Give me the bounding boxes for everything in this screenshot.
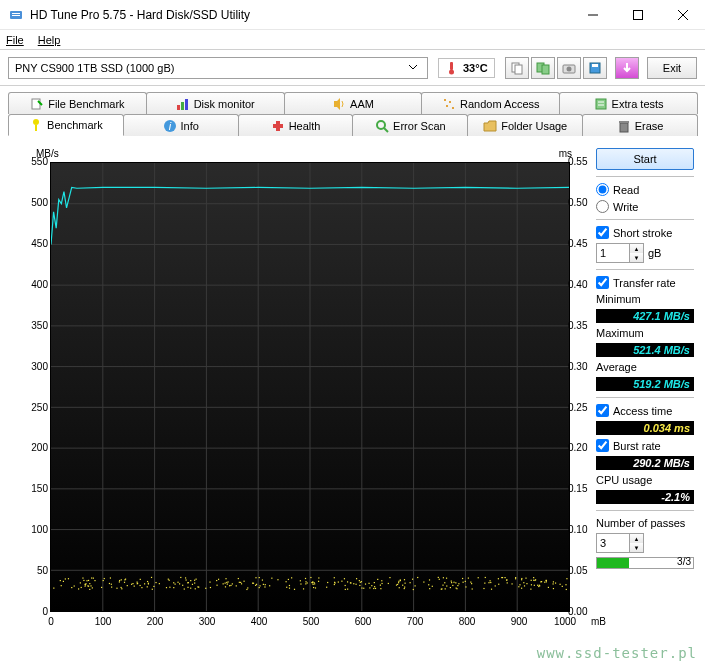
copy-button[interactable] <box>505 57 529 79</box>
svg-rect-168 <box>489 580 490 581</box>
tab-folder-usage[interactable]: Folder Usage <box>467 114 583 136</box>
burst-rate-check[interactable]: Burst rate <box>596 439 694 452</box>
svg-rect-252 <box>303 588 304 589</box>
tab-health[interactable]: Health <box>238 114 354 136</box>
temperature-value: 33°C <box>463 62 488 74</box>
svg-rect-298 <box>446 585 447 586</box>
svg-rect-208 <box>388 583 389 584</box>
svg-rect-175 <box>363 588 364 589</box>
svg-rect-139 <box>315 587 316 588</box>
svg-rect-169 <box>82 577 83 578</box>
svg-rect-190 <box>229 585 230 586</box>
svg-rect-142 <box>216 585 217 586</box>
svg-rect-176 <box>521 579 522 580</box>
tab-extra-tests[interactable]: Extra tests <box>559 92 698 114</box>
svg-rect-222 <box>530 589 531 590</box>
read-radio[interactable]: Read <box>596 183 694 196</box>
svg-rect-237 <box>515 577 516 578</box>
max-value: 521.4 MB/s <box>596 343 694 357</box>
refresh-button[interactable] <box>615 57 639 79</box>
burst-rate-value: 290.2 MB/s <box>596 456 694 470</box>
svg-rect-148 <box>526 583 527 584</box>
short-stroke-spinner[interactable]: ▲▼ <box>596 243 644 263</box>
tabs-secondary: File Benchmark Disk monitor AAM Random A… <box>8 92 697 114</box>
drive-select[interactable]: PNY CS900 1TB SSD (1000 gB) <box>8 57 428 79</box>
svg-rect-167 <box>101 587 102 588</box>
svg-rect-244 <box>525 578 526 579</box>
menu-help[interactable]: Help <box>38 34 61 46</box>
minimize-button[interactable] <box>570 0 615 29</box>
svg-rect-352 <box>155 582 156 583</box>
svg-rect-127 <box>264 586 265 587</box>
svg-rect-320 <box>194 580 195 581</box>
short-stroke-check[interactable]: Short stroke <box>596 226 694 239</box>
svg-rect-74 <box>194 582 195 583</box>
menu-file[interactable]: File <box>6 34 24 46</box>
aam-icon <box>332 97 346 111</box>
tab-benchmark[interactable]: Benchmark <box>8 114 124 136</box>
svg-rect-69 <box>491 589 492 590</box>
svg-rect-135 <box>78 588 79 589</box>
camera-button[interactable] <box>557 57 581 79</box>
svg-rect-327 <box>209 581 210 582</box>
svg-rect-157 <box>498 584 499 585</box>
write-radio[interactable]: Write <box>596 200 694 213</box>
svg-rect-285 <box>397 584 398 585</box>
svg-rect-293 <box>111 584 112 585</box>
save-button[interactable] <box>583 57 607 79</box>
svg-rect-60 <box>553 583 554 584</box>
temperature-box: 33°C <box>438 58 495 78</box>
svg-rect-107 <box>223 583 224 584</box>
svg-rect-314 <box>74 585 75 586</box>
svg-rect-336 <box>288 579 289 580</box>
svg-rect-128 <box>255 577 256 578</box>
svg-rect-287 <box>140 579 141 580</box>
svg-rect-276 <box>504 577 505 578</box>
svg-rect-350 <box>318 581 319 582</box>
svg-rect-102 <box>263 584 264 585</box>
svg-rect-248 <box>414 585 415 586</box>
svg-rect-106 <box>137 582 138 583</box>
svg-rect-271 <box>410 582 411 583</box>
svg-rect-177 <box>537 585 538 586</box>
svg-rect-357 <box>548 587 549 588</box>
tab-erase[interactable]: Erase <box>582 114 698 136</box>
svg-rect-94 <box>359 580 360 581</box>
svg-rect-321 <box>134 586 135 587</box>
svg-rect-280 <box>511 583 512 584</box>
svg-rect-229 <box>153 586 154 587</box>
svg-rect-306 <box>471 583 472 584</box>
access-time-check[interactable]: Access time <box>596 404 694 417</box>
svg-rect-226 <box>562 586 563 587</box>
tab-random-access[interactable]: Random Access <box>421 92 560 114</box>
svg-rect-351 <box>404 588 405 589</box>
start-button[interactable]: Start <box>596 148 694 170</box>
svg-rect-212 <box>147 586 148 587</box>
svg-rect-214 <box>253 583 254 584</box>
svg-rect-345 <box>182 585 183 586</box>
screenshot-button[interactable] <box>531 57 555 79</box>
tab-aam[interactable]: AAM <box>284 92 423 114</box>
svg-rect-235 <box>289 588 290 589</box>
tab-error-scan[interactable]: Error Scan <box>352 114 468 136</box>
transfer-rate-check[interactable]: Transfer rate <box>596 276 694 289</box>
close-button[interactable] <box>660 0 705 29</box>
svg-rect-342 <box>243 581 244 582</box>
svg-rect-82 <box>120 587 121 588</box>
tab-info[interactable]: iInfo <box>123 114 239 136</box>
exit-button[interactable]: Exit <box>647 57 697 79</box>
svg-rect-258 <box>246 589 247 590</box>
svg-rect-99 <box>531 584 532 585</box>
passes-spinner[interactable]: ▲▼ <box>596 533 644 553</box>
maximize-button[interactable] <box>615 0 660 29</box>
side-panel: Start Read Write Short stroke ▲▼ gB Tran… <box>596 148 694 648</box>
svg-rect-195 <box>103 580 104 581</box>
tab-file-benchmark[interactable]: File Benchmark <box>8 92 147 114</box>
svg-rect-113 <box>159 583 160 584</box>
svg-rect-186 <box>442 585 443 586</box>
tab-disk-monitor[interactable]: Disk monitor <box>146 92 285 114</box>
svg-point-35 <box>377 121 385 129</box>
random-access-icon <box>442 97 456 111</box>
svg-rect-105 <box>226 582 227 583</box>
svg-rect-170 <box>465 581 466 582</box>
